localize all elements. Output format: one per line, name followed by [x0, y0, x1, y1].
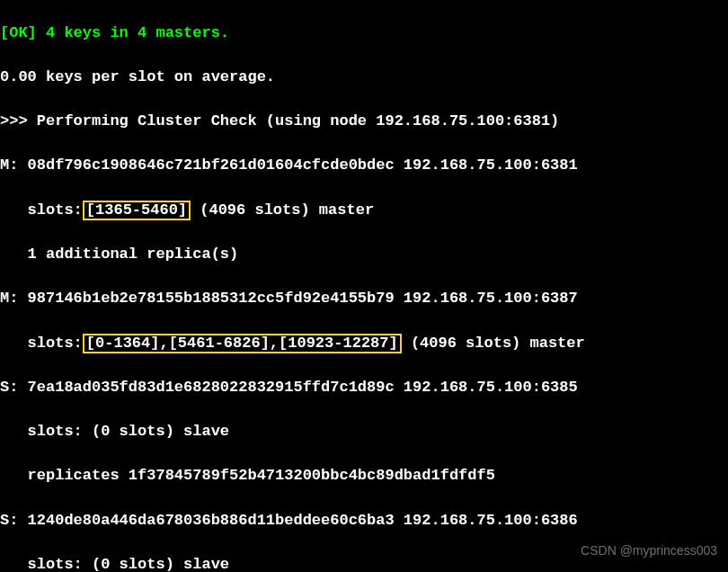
node-slave-6386: S: 1240de80a446da678036b886d11beddee60c6…	[0, 510, 728, 532]
node-slave-6385-slots: slots: (0 slots) slave	[0, 421, 728, 443]
slot-range-highlight: [0-1364],[5461-6826],[10923-12287]	[83, 334, 402, 354]
node-master-6381-slots: slots:[1365-5460] (4096 slots) master	[0, 200, 728, 222]
status-ok-keys: [OK] 4 keys in 4 masters.	[0, 22, 728, 45]
node-master-6387-slots: slots:[0-1364],[5461-6826],[10923-12287]…	[0, 333, 728, 355]
slots-suffix: (4096 slots) master	[402, 335, 585, 352]
node-slave-6385: S: 7ea18ad035fd83d1e6828022832915ffd7c1d…	[0, 377, 728, 399]
terminal-output: [OK] 4 keys in 4 masters. 0.00 keys per …	[0, 0, 728, 572]
slots-suffix: (4096 slots) master	[191, 201, 374, 219]
watermark: CSDN @myprincess003	[581, 541, 717, 559]
node-master-6381-replicas: 1 additional replica(s)	[0, 244, 728, 266]
node-slave-6385-replicates: replicates 1f37845789f52b4713200bbc4bc89…	[0, 465, 728, 487]
slot-range-highlight: [1365-5460]	[83, 201, 191, 221]
node-master-6387: M: 987146b1eb2e78155b1885312cc5fd92e4155…	[0, 288, 728, 310]
slots-prefix: slots:	[0, 335, 83, 352]
node-master-6381: M: 08df796c1908646c721bf261d01604cfcde0b…	[0, 155, 728, 177]
stat-avg-keys: 0.00 keys per slot on average.	[0, 67, 728, 89]
slots-prefix: slots:	[0, 201, 83, 219]
heading-cluster-check: >>> Performing Cluster Check (using node…	[0, 111, 728, 133]
